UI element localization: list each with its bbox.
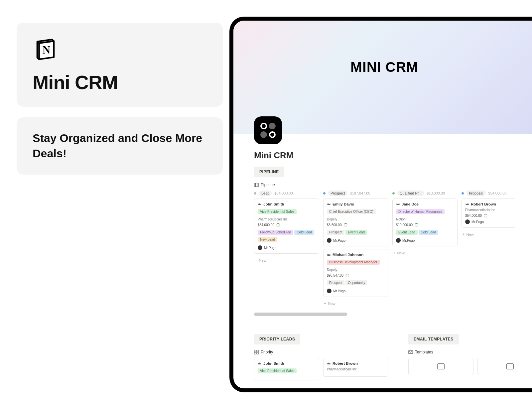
lead-name: Robert Brown [332, 361, 358, 365]
device-preview-frame: MINI CRM Mini CRM PIPELINE Pipeline Lead… [229, 17, 532, 392]
lead-name: John Smith [263, 202, 284, 206]
avatar [327, 238, 332, 243]
avatar [258, 245, 262, 250]
column-header[interactable]: Prospect$107,047.00 [323, 191, 388, 196]
email-template-card[interactable] [477, 358, 532, 375]
new-card-button[interactable]: +New [323, 300, 388, 307]
plus-icon: + [255, 258, 257, 263]
lead-name: John Smith [263, 361, 284, 365]
new-card-button[interactable]: +New [392, 249, 458, 257]
kanban-column: Prospect$107,047.00Emily DavisChief Exec… [323, 191, 388, 307]
priority-section-header: PRIORITY LEADS [254, 334, 300, 344]
lead-name: Emily Davis [332, 202, 354, 206]
column-name: Qualified Pr... [397, 191, 424, 196]
company-name: Dopely [327, 268, 385, 272]
svg-text:N: N [43, 44, 51, 56]
svg-rect-7 [257, 352, 258, 354]
deal-amount: $54,000.00 [258, 223, 274, 227]
column-header[interactable]: Lead$54,000.00 [254, 191, 319, 196]
lead-card[interactable]: Robert BrownPharmaceuticals Inc$54,000.0… [462, 199, 515, 228]
lead-card[interactable]: Robert BrownPharmaceuticals Inc [323, 358, 388, 377]
column-total: $10,000.00 [427, 191, 445, 195]
column-total: $107,047.00 [350, 191, 370, 195]
status-tag: Prospect [327, 280, 344, 285]
company-name: Pharmaceuticals Inc [327, 367, 385, 371]
kanban-column: Lead$54,000.00John SmithVice President o… [254, 191, 319, 307]
svg-rect-4 [254, 350, 256, 352]
status-tag: New Lead [258, 237, 277, 242]
subtitle-card: Stay Organized and Close More Deals! [17, 117, 223, 175]
board-icon [254, 183, 259, 187]
pipeline-view-label: Pipeline [261, 183, 275, 187]
company-name: Pharmaceuticals Inc [465, 208, 515, 212]
title-card: N Mini CRM [17, 23, 223, 107]
deal-amount: $10,000.00 [396, 223, 413, 227]
templates-section-header: EMAIL TEMPLATES [408, 334, 459, 344]
owner-name: Mr.Pugo [471, 220, 484, 224]
owner-name: Mr.Pugo [264, 246, 276, 250]
svg-rect-6 [254, 352, 256, 354]
lead-name: Jane Doe [402, 202, 419, 206]
status-dot-icon [323, 192, 326, 195]
column-header[interactable]: Qualified Pr...$10,000.00 [392, 191, 458, 196]
column-name: Lead [259, 191, 272, 196]
priority-view-tab[interactable]: Priority [254, 350, 388, 354]
lead-card[interactable]: John SmithVice President of SalesPharmac… [254, 199, 319, 254]
pipeline-view-tab[interactable]: Pipeline [254, 183, 515, 187]
status-dot-icon [462, 192, 464, 195]
new-card-button[interactable]: +New [462, 230, 515, 238]
mail-icon [506, 363, 514, 369]
horizontal-scrollbar[interactable] [254, 313, 347, 316]
page-title: Mini CRM [254, 150, 515, 161]
company-name: Dopely [327, 217, 385, 221]
role-tag: Business Development Manager [327, 260, 380, 265]
svg-rect-2 [256, 183, 257, 187]
svg-rect-5 [257, 350, 258, 352]
notion-logo-icon: N [33, 36, 59, 62]
kanban-column: Qualified Pr...$10,000.00Jane DoeDirecto… [392, 191, 458, 307]
avatar [327, 289, 332, 293]
progress-spinner-icon [484, 214, 487, 217]
kanban-board: Lead$54,000.00John SmithVice President o… [254, 191, 515, 307]
column-name: Prospect [328, 191, 347, 196]
lead-name: Michael Johnson [332, 253, 363, 257]
hero-title: MINI CRM [350, 59, 418, 75]
lead-card[interactable]: Jane DoeDirector of Human ResourcesNotio… [392, 199, 458, 246]
priority-view-label: Priority [261, 350, 273, 354]
status-tag: Opportunity [345, 280, 367, 285]
svg-rect-1 [254, 183, 256, 187]
status-tag: Cold Lead [419, 230, 439, 235]
hero-banner: MINI CRM [233, 21, 532, 134]
lead-card[interactable]: John SmithVice President of Sales [254, 358, 319, 380]
lead-card[interactable]: Emily DavisChief Executive Officer (CEO)… [323, 199, 388, 246]
pipeline-section-header: PIPELINE [254, 167, 284, 177]
progress-spinner-icon [344, 223, 347, 227]
avatar [465, 219, 470, 224]
status-tag: Event Lead [345, 230, 367, 235]
priority-board: John SmithVice President of SalesRobert … [254, 358, 388, 383]
product-subtitle: Stay Organized and Close More Deals! [33, 131, 207, 161]
column-total: $54,000.00 [488, 191, 506, 195]
new-card-button[interactable]: +New [254, 256, 319, 264]
gallery-icon [254, 350, 259, 354]
svg-rect-3 [257, 183, 259, 187]
owner-name: Mr.Pugo [333, 289, 345, 293]
plus-icon: + [324, 301, 327, 306]
templates-view-tab[interactable]: Templates [408, 350, 532, 354]
lead-name: Robert Brown [471, 202, 496, 206]
lead-card[interactable]: Michael JohnsonBusiness Development Mana… [323, 249, 388, 297]
email-template-card[interactable] [408, 358, 473, 375]
deal-amount: $98,547.00 [327, 274, 343, 277]
status-tag: Prospect [327, 230, 344, 235]
app-icon [254, 116, 282, 144]
templates-view-label: Templates [415, 350, 433, 354]
status-tag: Event Lead [396, 230, 418, 235]
plus-icon: + [393, 250, 396, 255]
column-header[interactable]: Proposal$54,000.00 [462, 191, 515, 196]
status-dot-icon [392, 192, 395, 195]
owner-name: Mr.Pugo [333, 239, 345, 242]
status-tag: Follow-up Scheduled [258, 230, 293, 235]
progress-spinner-icon [415, 223, 418, 227]
role-tag: Vice President of Sales [258, 209, 297, 214]
company-name: Pharmaceuticals Inc [258, 217, 316, 221]
